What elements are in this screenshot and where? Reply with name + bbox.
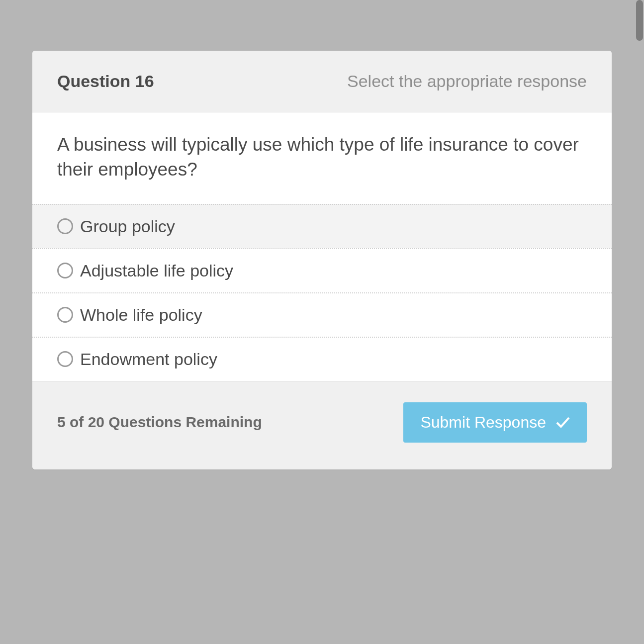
submit-button[interactable]: Submit Response: [403, 402, 587, 443]
card-footer: 5 of 20 Questions Remaining Submit Respo…: [32, 381, 612, 469]
questions-remaining: 5 of 20 Questions Remaining: [57, 414, 262, 431]
option-label: Whole life policy: [80, 305, 202, 325]
radio-icon: [57, 263, 73, 278]
question-text: A business will typically use which type…: [57, 132, 587, 182]
question-card: Question 16 Select the appropriate respo…: [32, 51, 612, 469]
option-row[interactable]: Adjustable life policy: [32, 248, 612, 292]
option-label: Adjustable life policy: [80, 261, 233, 280]
radio-icon: [57, 218, 73, 234]
check-icon: [556, 417, 570, 428]
option-row[interactable]: Endowment policy: [32, 337, 612, 381]
radio-icon: [57, 351, 73, 367]
scrollbar-thumb[interactable]: [636, 0, 643, 41]
card-header: Question 16 Select the appropriate respo…: [32, 51, 612, 112]
option-row[interactable]: Whole life policy: [32, 292, 612, 337]
options-list: Group policy Adjustable life policy Whol…: [32, 204, 612, 381]
question-number: Question 16: [57, 72, 154, 91]
question-body: A business will typically use which type…: [32, 112, 612, 204]
option-label: Group policy: [80, 217, 175, 236]
radio-icon: [57, 307, 73, 323]
instruction-text: Select the appropriate response: [347, 72, 587, 91]
submit-label: Submit Response: [420, 413, 546, 432]
option-row[interactable]: Group policy: [32, 204, 612, 248]
scrollbar-track[interactable]: [635, 0, 644, 644]
option-label: Endowment policy: [80, 350, 217, 369]
